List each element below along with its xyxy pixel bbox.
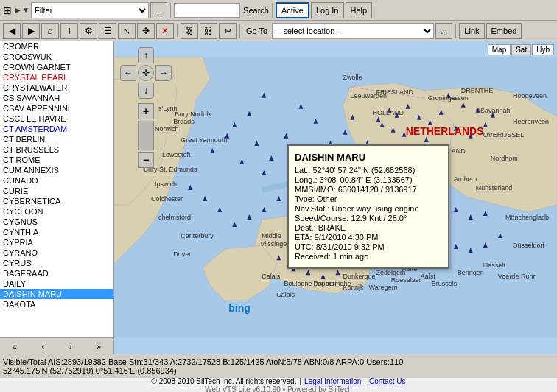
zoom-out-btn[interactable]: − <box>138 152 154 168</box>
footer-powered-line: Web VTS Lite v6.10.90 • Powered by SiiTe… <box>205 385 352 393</box>
vessel-item[interactable]: CROMER <box>0 41 113 52</box>
svg-text:Arnhem: Arnhem <box>454 175 477 183</box>
link-icon-2[interactable]: ⛓ <box>200 23 217 39</box>
vessel-item[interactable]: CRYSTAL PEARL <box>0 72 113 83</box>
contact-link[interactable]: Contact Us <box>369 377 405 385</box>
svg-text:Dover: Dover <box>173 251 191 258</box>
popup-navstat: Nav.Stat.: Under way using engine <box>295 204 442 213</box>
vessel-item[interactable]: DAILY <box>0 279 113 289</box>
svg-text:Canterbury: Canterbury <box>181 232 214 239</box>
vessel-item[interactable]: CYRANO <box>0 248 113 258</box>
link-btn[interactable]: Link <box>459 23 484 39</box>
vessel-item[interactable]: CT ROME <box>0 155 113 165</box>
vessel-item[interactable]: CYBERNETICA <box>0 196 113 206</box>
popup-mmsi: MMSI/IMO: 636014120 / 9136917 <box>295 185 442 194</box>
pan-down-btn[interactable]: ↓ <box>138 83 154 99</box>
svg-text:Aalst: Aalst <box>421 273 436 280</box>
map-type-buttons: Map Sat Hyb <box>488 44 554 55</box>
filter-select[interactable]: Filter <box>31 2 149 18</box>
vessel-item[interactable]: CT BRUSSELS <box>0 144 113 155</box>
map-area[interactable]: NETHERLANDS Leeuwarden FRIESLAND Groning… <box>114 41 557 354</box>
separator-3 <box>177 24 178 38</box>
footer: © 2008-2010 SiiTech Inc. All rights rese… <box>0 377 557 392</box>
separator-2 <box>272 3 273 18</box>
svg-text:OVERIJSSEL: OVERIJSSEL <box>483 131 525 139</box>
home-btn[interactable]: ⌂ <box>41 23 59 39</box>
pan-right-btn[interactable]: → <box>155 65 172 81</box>
svg-text:Kortrijk: Kortrijk <box>343 284 365 291</box>
embed-btn[interactable]: Embed <box>486 23 522 39</box>
list-prev-btn[interactable]: ‹ <box>39 342 48 351</box>
svg-text:HOLLAND: HOLLAND <box>373 109 404 116</box>
pan-center-btn[interactable]: ✛ <box>138 65 154 81</box>
vessel-item[interactable]: CYGNUS <box>0 217 113 227</box>
pan-up-btn[interactable]: ↑ <box>138 47 154 63</box>
svg-text:Heerenveen: Heerenveen <box>513 118 549 125</box>
link-icon-1[interactable]: ⛓ <box>181 23 198 39</box>
sat-btn[interactable]: Sat <box>511 44 531 55</box>
layers-btn[interactable]: ☰ <box>99 23 116 39</box>
info-btn[interactable]: i <box>60 23 78 39</box>
map-btn[interactable]: Map <box>488 44 511 55</box>
location-select[interactable]: -- select location -- <box>272 23 434 39</box>
vessel-item[interactable]: CYRUS <box>0 258 113 268</box>
help-btn[interactable]: Help <box>346 2 373 18</box>
svg-text:FRIESLAND: FRIESLAND <box>376 88 414 96</box>
svg-text:Colchester: Colchester <box>151 195 183 203</box>
list-last-btn[interactable]: » <box>94 342 104 351</box>
x-btn[interactable]: ✕ <box>156 23 174 39</box>
vessel-item[interactable]: DAGERAAD <box>0 268 113 279</box>
vessel-item[interactable]: CSAV APPENNINI <box>0 103 113 113</box>
legal-link[interactable]: Legal Information <box>304 377 361 385</box>
select-btn[interactable]: ✥ <box>137 23 155 39</box>
separator-1 <box>170 3 171 18</box>
vessel-popup: DAISHIN MARU Lat.: 52°40' 57.24" N (52.6… <box>287 144 449 269</box>
svg-text:Mönchengladb: Mönchengladb <box>505 214 549 221</box>
svg-text:Zwolle: Zwolle <box>343 74 362 81</box>
separator-4 <box>239 24 240 38</box>
svg-text:Waregem: Waregem <box>369 284 398 291</box>
vessel-item[interactable]: CUNADO <box>0 175 113 186</box>
pan-left-btn[interactable]: ← <box>120 65 136 81</box>
back-btn[interactable]: ◀ <box>3 23 21 39</box>
windows-logo-icon: ⊞ <box>3 4 12 16</box>
login-btn[interactable]: Log In <box>311 2 344 18</box>
vessel-item[interactable]: CROOSWUK <box>0 52 113 62</box>
active-btn[interactable]: Active <box>276 2 309 18</box>
list-first-btn[interactable]: « <box>10 342 20 351</box>
vessel-item[interactable]: CROWN GARNET <box>0 62 113 72</box>
svg-text:Nordhom: Nordhom <box>491 155 518 162</box>
search-input[interactable] <box>174 3 240 18</box>
vessel-item[interactable]: CURIE <box>0 186 113 196</box>
svg-text:Hoogeveen: Hoogeveen <box>513 92 547 99</box>
zoom-slider[interactable] <box>138 121 154 150</box>
vessel-item[interactable]: CSCL LE HAVRE <box>0 113 113 124</box>
vessel-item[interactable]: CT AMSTERDAM <box>0 124 113 134</box>
vessel-item[interactable]: CRYSTALWATER <box>0 83 113 93</box>
vessel-item[interactable]: DAISHIN MARU <box>0 289 113 299</box>
link-icon-3[interactable]: ↩ <box>219 23 237 39</box>
vessel-list[interactable]: CROMERCROOSWUKCROWN GARNETCRYSTAL PEARLC… <box>0 41 113 337</box>
vessel-item[interactable]: DAKOTA <box>0 299 113 309</box>
vessel-item[interactable]: CUM ANNEXIS <box>0 165 113 175</box>
svg-text:Broads: Broads <box>173 118 195 125</box>
settings-btn[interactable]: ⚙ <box>80 23 97 39</box>
vessel-item[interactable]: CS SAVANNAH <box>0 93 113 103</box>
list-next-btn[interactable]: › <box>66 342 75 351</box>
svg-text:NETHERLANDS: NETHERLANDS <box>406 125 484 137</box>
location-more-btn[interactable]: ... <box>435 23 452 39</box>
svg-text:Ipswich: Ipswich <box>155 181 177 188</box>
hyb-btn[interactable]: Hyb <box>532 44 554 55</box>
vessel-item[interactable]: CYCLOON <box>0 206 113 217</box>
svg-text:Beringen: Beringen <box>458 269 484 276</box>
filter-more-btn[interactable]: ... <box>150 2 167 18</box>
svg-text:DRENTHE: DRENTHE <box>461 87 494 94</box>
vessel-item[interactable]: CT BERLIN <box>0 134 113 144</box>
cursor-btn[interactable]: ↖ <box>118 23 136 39</box>
vessel-item[interactable]: CYNTHIA <box>0 227 113 237</box>
vessel-item[interactable]: CYPRIA <box>0 237 113 248</box>
forward-btn[interactable]: ▶ <box>22 23 40 39</box>
popup-dest: Dest.: BRAKE <box>295 223 442 232</box>
svg-text:Düsseldorf: Düsseldorf <box>513 242 545 249</box>
zoom-in-btn[interactable]: + <box>138 103 154 119</box>
